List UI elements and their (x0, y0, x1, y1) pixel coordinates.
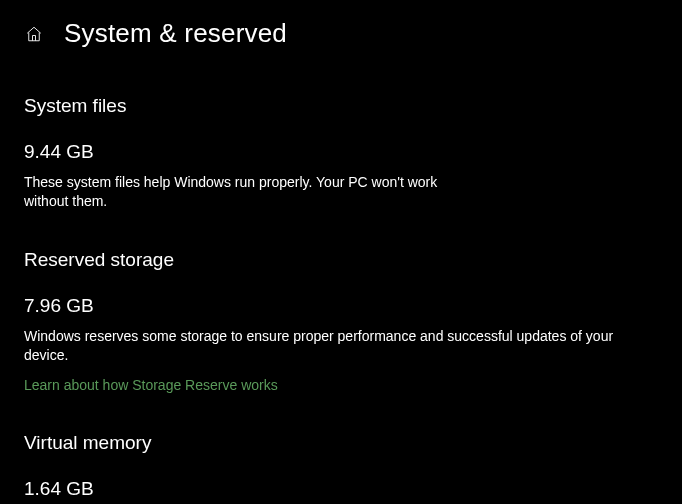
learn-storage-reserve-link[interactable]: Learn about how Storage Reserve works (24, 377, 278, 393)
page-header: System & reserved (0, 0, 682, 57)
section-heading-system-files: System files (24, 95, 658, 117)
reserved-storage-size: 7.96 GB (24, 295, 658, 317)
reserved-storage-description: Windows reserves some storage to ensure … (24, 327, 654, 365)
page-title: System & reserved (64, 18, 287, 49)
virtual-memory-size: 1.64 GB (24, 478, 658, 500)
section-system-files: System files 9.44 GB These system files … (24, 95, 658, 211)
system-files-size: 9.44 GB (24, 141, 658, 163)
section-heading-virtual-memory: Virtual memory (24, 432, 658, 454)
home-icon[interactable] (24, 24, 44, 44)
content-area: System files 9.44 GB These system files … (0, 95, 682, 504)
section-heading-reserved-storage: Reserved storage (24, 249, 658, 271)
system-files-description: These system files help Windows run prop… (24, 173, 444, 211)
section-virtual-memory: Virtual memory 1.64 GB This lets your PC… (24, 432, 658, 504)
section-reserved-storage: Reserved storage 7.96 GB Windows reserve… (24, 249, 658, 394)
